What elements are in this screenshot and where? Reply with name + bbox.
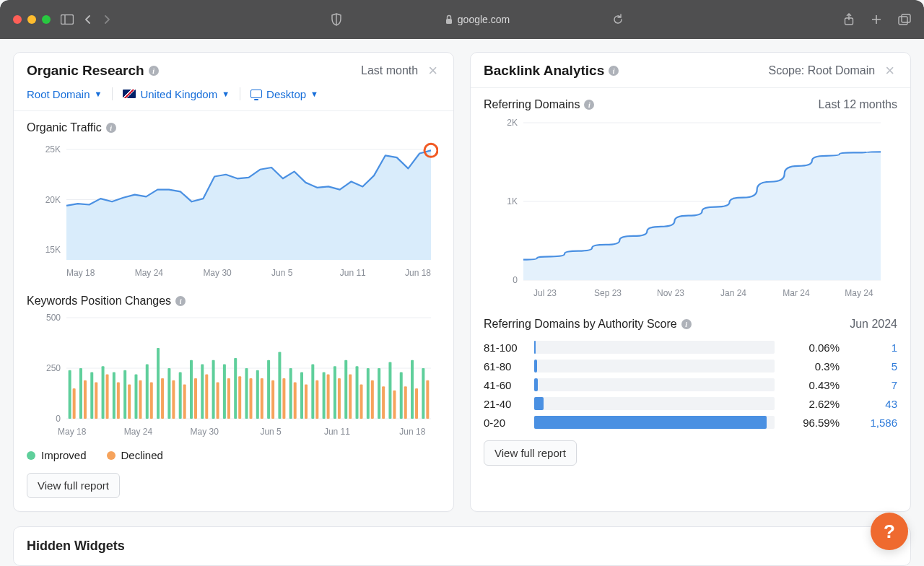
svg-text:1K: 1K: [507, 196, 518, 206]
svg-text:20K: 20K: [45, 195, 61, 205]
svg-text:25K: 25K: [45, 144, 61, 154]
authority-bar: [534, 416, 775, 429]
authority-range-label: 41-60: [484, 379, 527, 391]
svg-rect-60: [245, 368, 248, 419]
auth-date: Jun 2024: [850, 318, 897, 331]
authority-range-label: 21-40: [484, 398, 527, 410]
info-icon[interactable]: i: [584, 100, 594, 110]
svg-rect-43: [150, 383, 153, 419]
address-bar[interactable]: google.com: [352, 14, 601, 25]
svg-rect-40: [134, 374, 137, 419]
svg-rect-81: [360, 384, 363, 419]
svg-rect-33: [95, 383, 97, 419]
tabs-icon[interactable]: [898, 14, 911, 25]
authority-percent: 0.3%: [782, 360, 840, 373]
info-icon[interactable]: i: [149, 66, 159, 76]
svg-rect-83: [371, 380, 374, 419]
forward-icon[interactable]: [103, 14, 111, 25]
keywords-chart: 0250500May 18May 24May 30Jun 5Jun 11Jun …: [27, 310, 440, 440]
svg-text:Jun 11: Jun 11: [324, 427, 350, 437]
info-icon[interactable]: i: [175, 296, 186, 306]
svg-rect-2: [446, 19, 452, 24]
svg-rect-86: [388, 362, 391, 419]
organic-research-panel: Organic Research i Last month × Root Dom…: [13, 52, 454, 512]
authority-bar: [534, 341, 775, 354]
info-icon[interactable]: i: [681, 319, 692, 329]
svg-rect-37: [117, 383, 120, 419]
svg-rect-75: [327, 374, 330, 419]
view-full-report-button[interactable]: View full report: [484, 440, 577, 466]
svg-rect-49: [183, 384, 186, 419]
svg-rect-32: [90, 373, 93, 419]
svg-rect-79: [349, 374, 352, 419]
svg-rect-61: [250, 378, 253, 419]
authority-bar: [534, 397, 775, 410]
svg-rect-92: [422, 368, 424, 419]
svg-text:May 24: May 24: [845, 288, 873, 298]
back-icon[interactable]: [84, 14, 92, 25]
authority-count[interactable]: 7: [847, 379, 897, 391]
close-window[interactable]: [13, 15, 22, 24]
svg-text:Sep 23: Sep 23: [594, 288, 622, 298]
view-full-report-button[interactable]: View full report: [27, 473, 120, 498]
new-tab-icon[interactable]: [871, 14, 882, 25]
svg-text:May 18: May 18: [66, 268, 95, 278]
svg-rect-42: [146, 364, 149, 419]
svg-rect-82: [367, 368, 370, 419]
svg-rect-52: [201, 364, 204, 419]
svg-rect-7: [899, 17, 907, 25]
svg-text:May 24: May 24: [124, 427, 153, 437]
svg-rect-55: [217, 383, 219, 419]
shield-icon[interactable]: [331, 13, 342, 26]
svg-rect-58: [234, 358, 237, 419]
authority-row: 61-800.3%5: [484, 357, 897, 375]
svg-rect-72: [311, 364, 314, 419]
svg-rect-64: [267, 360, 270, 419]
svg-rect-56: [223, 364, 226, 419]
svg-text:Jun 5: Jun 5: [260, 427, 282, 437]
authority-count[interactable]: 5: [847, 360, 897, 373]
svg-rect-70: [300, 373, 303, 419]
svg-text:15K: 15K: [45, 245, 61, 255]
svg-rect-45: [161, 378, 164, 419]
authority-count[interactable]: 1,586: [847, 417, 897, 429]
svg-rect-76: [334, 366, 336, 419]
svg-text:0: 0: [56, 414, 61, 424]
svg-rect-85: [382, 386, 385, 419]
minimize-window[interactable]: [27, 15, 36, 24]
svg-rect-68: [289, 368, 292, 419]
ref-domains-title: Referring Domains: [484, 98, 580, 111]
sidebar-toggle-icon[interactable]: [61, 14, 74, 25]
svg-text:Jan 24: Jan 24: [720, 288, 746, 298]
maximize-window[interactable]: [42, 15, 51, 24]
close-icon[interactable]: ×: [425, 63, 440, 79]
svg-text:500: 500: [46, 313, 61, 323]
svg-rect-87: [393, 391, 396, 419]
svg-rect-50: [190, 360, 193, 419]
svg-rect-91: [415, 388, 418, 419]
authority-count[interactable]: 43: [847, 398, 897, 410]
chevron-down-icon: ▼: [222, 90, 230, 98]
country-filter[interactable]: United Kingdom ▼: [123, 88, 230, 100]
svg-text:2K: 2K: [507, 118, 518, 128]
svg-rect-69: [294, 383, 297, 419]
scope-filter[interactable]: Root Domain ▼: [27, 88, 102, 100]
info-icon[interactable]: i: [609, 66, 619, 76]
device-filter[interactable]: Desktop ▼: [250, 88, 318, 100]
svg-text:Jul 23: Jul 23: [533, 288, 557, 298]
help-button[interactable]: ?: [871, 513, 908, 550]
svg-rect-8: [902, 14, 910, 22]
reload-icon[interactable]: [612, 14, 624, 25]
close-icon[interactable]: ×: [882, 63, 897, 79]
share-icon[interactable]: [843, 13, 855, 26]
chevron-down-icon: ▼: [310, 90, 318, 98]
svg-rect-59: [238, 376, 241, 419]
svg-rect-88: [400, 373, 403, 419]
svg-rect-84: [378, 368, 380, 419]
svg-text:Jun 18: Jun 18: [399, 427, 425, 437]
keywords-title: Keywords Position Changes: [27, 295, 171, 308]
authority-count[interactable]: 1: [847, 341, 897, 354]
uk-flag-icon: [123, 90, 136, 98]
info-icon[interactable]: i: [106, 123, 116, 133]
svg-rect-46: [167, 368, 170, 419]
